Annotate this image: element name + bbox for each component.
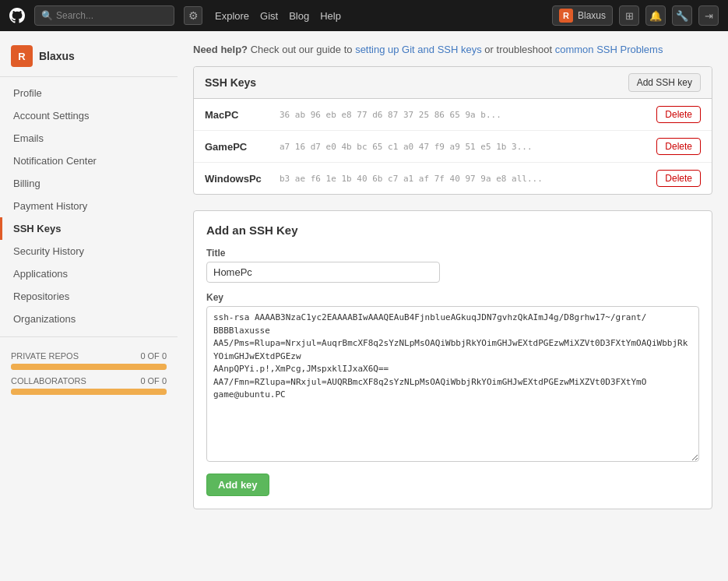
help-body: Check out our guide to — [251, 44, 355, 55]
help-mid: or troubleshoot — [484, 44, 554, 55]
title-label: Title — [206, 248, 699, 259]
gist-link[interactable]: Gist — [260, 10, 278, 22]
user-button[interactable]: R Blaxus — [552, 5, 613, 26]
help-link2[interactable]: common SSH Problems — [555, 44, 663, 55]
key-form-group: Key — [206, 292, 699, 464]
ssh-keys-box-header: SSH Keys Add SSH key — [194, 67, 712, 99]
help-link[interactable]: Help — [320, 10, 341, 22]
add-ssh-title: Add an SSH Key — [206, 224, 699, 237]
delete-windowspc-button[interactable]: Delete — [656, 170, 701, 187]
topnav-right: R Blaxus ⊞ 🔔 🔧 ⇥ — [552, 5, 719, 26]
title-form-group: Title — [206, 248, 699, 283]
security-history-link[interactable]: Security History — [0, 240, 178, 262]
ssh-keys-box: SSH Keys Add SSH key MacPC 36 ab 96 eb e… — [193, 66, 712, 195]
github-logo[interactable] — [9, 8, 25, 23]
explore-link[interactable]: Explore — [215, 10, 249, 22]
applications-link[interactable]: Applications — [0, 262, 178, 285]
ssh-keys-title: SSH Keys — [205, 76, 256, 89]
collaborators-bar-wrap — [11, 389, 167, 395]
signout-icon-btn[interactable]: ⇥ — [698, 5, 719, 26]
key-hash-windowspc: b3 ae f6 1e 1b 40 6b c7 a1 af 7f 40 97 9… — [280, 174, 656, 184]
sidebar-divider — [0, 336, 178, 337]
key-label: Key — [206, 292, 699, 303]
search-box[interactable]: 🔍 — [34, 5, 174, 26]
billing-link[interactable]: Billing — [0, 172, 178, 195]
settings-icon-btn[interactable]: ⚙ — [184, 6, 202, 25]
delete-gamepc-button[interactable]: Delete — [656, 138, 701, 155]
ssh-keys-link[interactable]: SSH Keys — [0, 217, 178, 240]
sidebar-nav: Profile Account Settings Emails Notifica… — [0, 82, 178, 330]
table-row: GamePC a7 16 d7 e0 4b bc 65 c1 a0 47 f9 … — [194, 131, 712, 163]
collaborators-label: COLLABORATORS — [11, 376, 86, 386]
organizations-link[interactable]: Organizations — [0, 308, 178, 330]
main-content: Need help? Check out our guide to settin… — [178, 31, 728, 581]
table-row: MacPC 36 ab 96 eb e8 77 d6 87 37 25 86 6… — [194, 99, 712, 131]
key-name-gamepc: GamePC — [205, 141, 275, 153]
private-repos-bar — [11, 364, 167, 370]
sidebar-username: Blaxus — [39, 50, 75, 62]
help-link1[interactable]: setting up Git and SSH keys — [355, 44, 482, 55]
payment-history-link[interactable]: Payment History — [0, 195, 178, 217]
search-icon: 🔍 — [41, 10, 53, 21]
sidebar-item-billing[interactable]: Billing — [0, 172, 178, 195]
add-ssh-form: Add an SSH Key Title Key Add key — [193, 210, 712, 509]
sidebar-item-ssh-keys[interactable]: SSH Keys — [0, 217, 178, 240]
profile-link[interactable]: Profile — [0, 82, 178, 104]
key-hash-macpc: 36 ab 96 eb e8 77 d6 87 37 25 86 65 9a b… — [280, 110, 656, 120]
private-repos-label: PRIVATE REPOS — [11, 351, 79, 361]
sidebar-item-organizations[interactable]: Organizations — [0, 308, 178, 330]
key-name-windowspc: WindowsPc — [205, 173, 275, 185]
search-input[interactable] — [56, 10, 165, 21]
sidebar-item-notification-center[interactable]: Notification Center — [0, 150, 178, 172]
key-hash-gamepc: a7 16 d7 e0 4b bc 65 c1 a0 47 f9 a9 51 e… — [280, 142, 656, 152]
help-text: Need help? Check out our guide to settin… — [193, 44, 712, 55]
add-ssh-key-button[interactable]: Add SSH key — [628, 73, 701, 92]
sidebar-item-profile[interactable]: Profile — [0, 82, 178, 104]
collaborators-label-row: COLLABORATORS 0 OF 0 — [11, 376, 167, 386]
collaborators-value: 0 OF 0 — [140, 376, 167, 386]
page-body: R Blaxus Profile Account Settings Emails… — [0, 31, 728, 581]
topnav: 🔍 ⚙ Explore Gist Blog Help R Blaxus ⊞ 🔔 … — [0, 0, 728, 31]
private-repos-value: 0 OF 0 — [140, 351, 167, 361]
private-repos-bar-wrap — [11, 364, 167, 370]
emails-link[interactable]: Emails — [0, 127, 178, 150]
sidebar-avatar: R — [11, 45, 33, 67]
blog-link[interactable]: Blog — [289, 10, 309, 22]
sidebar-item-security-history[interactable]: Security History — [0, 240, 178, 262]
notifications-icon-btn[interactable]: 🔔 — [645, 5, 666, 26]
collaborators-bar — [11, 389, 167, 395]
private-repos-section: PRIVATE REPOS 0 OF 0 COLLABORATORS 0 OF … — [0, 343, 178, 406]
username-label: Blaxus — [578, 10, 606, 21]
sidebar-user: R Blaxus — [0, 39, 178, 77]
topnav-links: Explore Gist Blog Help — [215, 10, 341, 22]
sidebar-item-applications[interactable]: Applications — [0, 262, 178, 285]
sidebar-item-emails[interactable]: Emails — [0, 127, 178, 150]
sidebar: R Blaxus Profile Account Settings Emails… — [0, 31, 178, 581]
repositories-link[interactable]: Repositories — [0, 285, 178, 308]
add-key-button[interactable]: Add key — [206, 474, 269, 496]
tools-icon-btn[interactable]: 🔧 — [672, 5, 692, 26]
account-settings-link[interactable]: Account Settings — [0, 104, 178, 127]
sidebar-item-payment-history[interactable]: Payment History — [0, 195, 178, 217]
notification-center-link[interactable]: Notification Center — [0, 150, 178, 172]
key-name-macpc: MacPC — [205, 109, 275, 121]
title-input[interactable] — [206, 262, 440, 283]
help-prefix: Need help? — [193, 44, 248, 55]
delete-macpc-button[interactable]: Delete — [656, 106, 701, 123]
private-repos-label-row: PRIVATE REPOS 0 OF 0 — [11, 351, 167, 361]
key-textarea[interactable] — [206, 306, 699, 462]
table-row: WindowsPc b3 ae f6 1e 1b 40 6b c7 a1 af … — [194, 163, 712, 194]
avatar: R — [559, 9, 573, 23]
dashboard-icon-btn[interactable]: ⊞ — [619, 5, 639, 26]
sidebar-item-repositories[interactable]: Repositories — [0, 285, 178, 308]
sidebar-item-account-settings[interactable]: Account Settings — [0, 104, 178, 127]
